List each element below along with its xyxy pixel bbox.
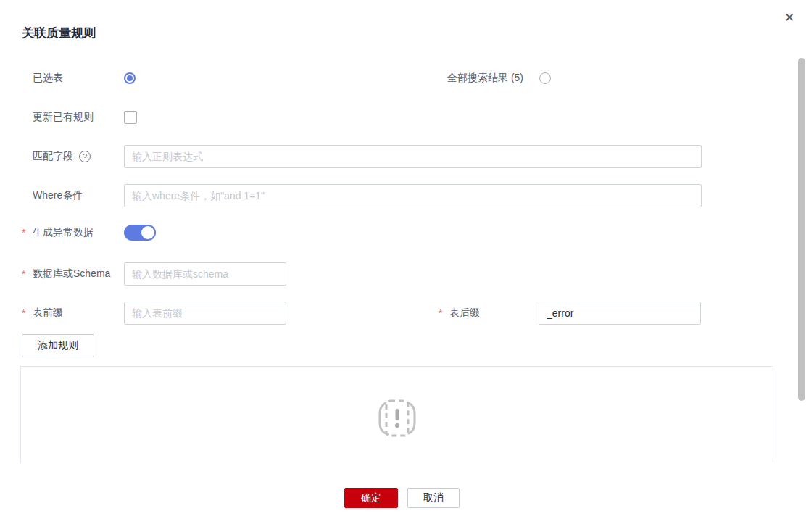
cancel-button[interactable]: 取消	[407, 488, 460, 508]
table-suffix-input[interactable]	[539, 302, 701, 325]
where-condition-label: Where条件	[22, 189, 124, 202]
ok-button[interactable]: 确定	[344, 488, 398, 508]
update-rules-label: 更新已有规则	[22, 111, 124, 124]
row-generate-abnormal: *生成异常数据	[22, 225, 156, 241]
generate-abnormal-label: *生成异常数据	[22, 226, 124, 239]
dialog-title: 关联质量规则	[22, 25, 96, 41]
update-rules-checkbox[interactable]	[124, 111, 137, 124]
rules-panel	[20, 366, 773, 463]
match-field-label-text: 匹配字段	[33, 150, 73, 162]
generate-abnormal-toggle[interactable]	[124, 225, 156, 241]
table-suffix-label: *表后缀	[439, 307, 539, 320]
row-table-scope: 已选表 全部搜索结果 (5)	[22, 70, 776, 87]
table-prefix-label-text: 表前缀	[33, 307, 63, 318]
required-mark: *	[439, 307, 442, 319]
selected-tables-label: 已选表	[22, 72, 124, 85]
row-database-schema: *数据库或Schema	[22, 262, 286, 286]
required-mark: *	[22, 307, 25, 319]
row-where-condition: Where条件	[22, 184, 702, 207]
database-schema-input[interactable]	[124, 262, 286, 286]
associate-quality-rules-dialog: ✕ 关联质量规则 已选表 全部搜索结果 (5) 更新已有规则 匹配字段? Whe…	[0, 0, 806, 532]
selected-tables-radio[interactable]	[124, 72, 136, 84]
all-search-results-radio[interactable]	[539, 72, 551, 84]
required-mark: *	[22, 227, 25, 238]
help-icon[interactable]: ?	[79, 151, 91, 162]
table-prefix-label: *表前缀	[22, 307, 124, 320]
database-schema-label-text: 数据库或Schema	[33, 267, 110, 279]
match-field-label: 匹配字段?	[22, 150, 124, 163]
all-search-results-group: 全部搜索结果 (5)	[447, 70, 551, 87]
where-condition-input[interactable]	[124, 184, 702, 207]
match-field-input[interactable]	[124, 145, 702, 168]
all-search-results-label: 全部搜索结果 (5)	[447, 72, 523, 85]
table-suffix-group: *表后缀	[439, 302, 701, 325]
close-icon[interactable]: ✕	[780, 9, 799, 28]
vertical-scrollbar-thumb[interactable]	[798, 58, 805, 401]
required-mark: *	[22, 268, 25, 280]
add-rule-button[interactable]: 添加规则	[22, 334, 94, 357]
no-data-icon	[374, 396, 420, 441]
row-update-rules: 更新已有规则	[22, 109, 137, 126]
table-prefix-input[interactable]	[124, 302, 286, 325]
table-suffix-label-text: 表后缀	[449, 307, 480, 318]
database-schema-label: *数据库或Schema	[22, 267, 124, 280]
generate-abnormal-label-text: 生成异常数据	[33, 226, 94, 238]
row-match-field: 匹配字段?	[22, 145, 702, 168]
row-prefix-suffix: *表前缀 *表后缀	[22, 302, 776, 325]
